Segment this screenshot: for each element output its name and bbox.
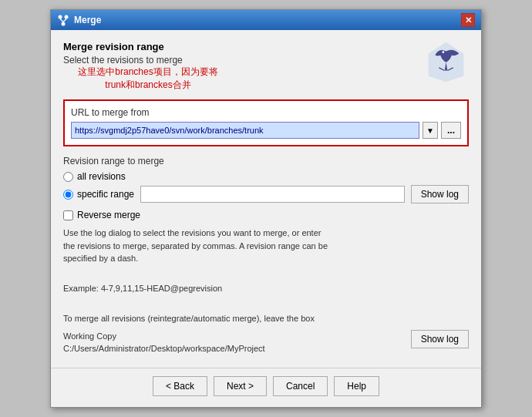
svg-point-1 (65, 15, 69, 19)
auto-label: To merge all revisions (reintegrate/auto… (63, 314, 315, 323)
titlebar-left: Merge (57, 14, 101, 26)
example-label: Example: 4-7,9,11,15-HEAD@pegrevision (63, 284, 222, 293)
reverse-merge-row: Reverse merge (63, 210, 469, 220)
all-revisions-radio[interactable] (63, 172, 73, 182)
header-subtitle: Select the revisions to merge (63, 55, 423, 66)
merge-icon (57, 14, 69, 26)
svg-line-4 (63, 19, 66, 22)
specific-radio-group: specific range (63, 189, 134, 200)
svg-point-0 (59, 15, 62, 19)
info-text-block: Use the log dialog to select the revisio… (63, 227, 469, 265)
info-line1: Use the log dialog to select the revisio… (63, 227, 469, 240)
url-dropdown-button[interactable]: ▼ (423, 122, 438, 139)
specific-range-label: specific range (77, 189, 134, 200)
auto-text: To merge all revisions (reintegrate/auto… (63, 300, 469, 325)
back-button[interactable]: < Back (153, 376, 207, 396)
specific-range-radio[interactable] (63, 190, 73, 200)
help-button[interactable]: Help (334, 376, 379, 396)
revision-label: Revision range to merge (63, 156, 469, 166)
working-copy-path: C:/Users/Administrator/Desktop/workspace… (63, 342, 265, 355)
url-browse-button[interactable]: ... (441, 122, 461, 139)
example-text: Example: 4-7,9,11,15-HEAD@pegrevision (63, 270, 469, 295)
logo-area (423, 41, 469, 83)
revision-section: Revision range to merge all revisions sp… (63, 156, 469, 203)
header-title: Merge revision range (63, 41, 423, 52)
header-section: Merge revision range Select the revision… (63, 41, 469, 92)
svg-line-3 (60, 19, 63, 22)
specific-range-row: specific range Show log (63, 185, 469, 203)
merge-dialog: Merge ✕ Merge revision range Select the … (50, 9, 482, 408)
all-revisions-label: all revisions (77, 171, 126, 182)
revision-show-log-button[interactable]: Show log (411, 185, 469, 203)
tortoisesvn-logo (425, 41, 467, 83)
titlebar: Merge ✕ (51, 10, 481, 30)
svg-point-2 (62, 22, 66, 26)
url-section: URL to merge from ▼ ... (63, 99, 469, 146)
working-copy-show-log-button[interactable]: Show log (411, 330, 469, 348)
working-copy-section: Working Copy C:/Users/Administrator/Desk… (63, 330, 469, 355)
next-button[interactable]: Next > (214, 376, 267, 396)
url-label: URL to merge from (71, 107, 461, 118)
annotation-text: 这里选中branches项目，因为要将trunk和branckes合并 (71, 66, 225, 92)
info-line2: the revisions to merge, separated by com… (63, 240, 469, 253)
url-input[interactable] (71, 122, 419, 139)
close-button[interactable]: ✕ (461, 13, 475, 27)
cancel-button[interactable]: Cancel (273, 376, 328, 396)
window-title: Merge (74, 15, 101, 25)
working-copy-row: Working Copy C:/Users/Administrator/Desk… (63, 330, 469, 355)
info-line3: specified by a dash. (63, 252, 469, 265)
working-copy-text: Working Copy C:/Users/Administrator/Desk… (63, 330, 265, 355)
dialog-footer: < Back Next > Cancel Help (51, 368, 481, 407)
header-text: Merge revision range Select the revision… (63, 41, 423, 92)
all-revisions-row: all revisions (63, 171, 469, 182)
specific-range-input[interactable] (140, 186, 405, 203)
url-input-row: ▼ ... (71, 122, 461, 139)
reverse-merge-label: Reverse merge (77, 210, 140, 220)
working-copy-label: Working Copy (63, 330, 265, 343)
reverse-merge-checkbox[interactable] (63, 210, 73, 220)
dialog-content: Merge revision range Select the revision… (51, 30, 481, 365)
svg-point-8 (442, 52, 444, 54)
